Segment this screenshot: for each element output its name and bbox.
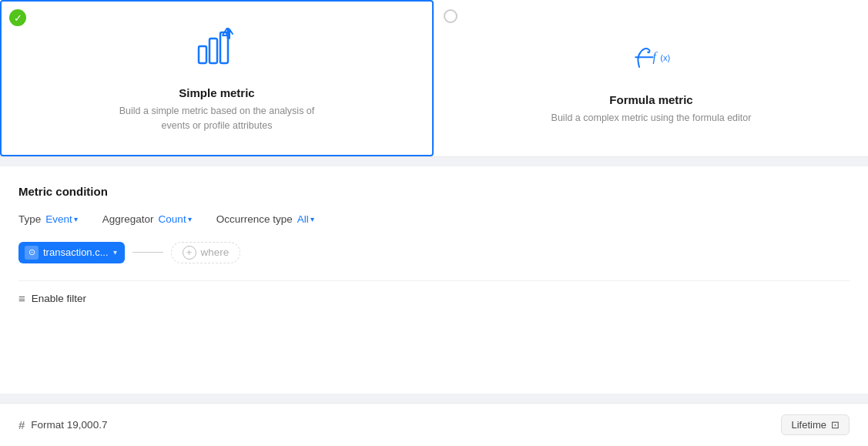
format-section: # Format 19,000.7 bbox=[18, 418, 107, 431]
condition-row: Type Event ▾ Aggregator Count ▾ Occurren… bbox=[18, 213, 850, 225]
selected-check-badge: ✓ bbox=[9, 9, 26, 26]
aggregator-label: Aggregator bbox=[102, 213, 154, 225]
type-dropdown[interactable]: Event ▾ bbox=[45, 213, 78, 225]
svg-rect-0 bbox=[199, 46, 206, 63]
connector-line bbox=[132, 252, 163, 253]
unselected-radio-badge bbox=[444, 9, 457, 23]
aggregator-dropdown[interactable]: Count ▾ bbox=[159, 213, 192, 225]
svg-rect-1 bbox=[209, 39, 217, 63]
metric-type-selection: ✓ 4 Simple metric Build a simple metric … bbox=[0, 0, 868, 157]
event-pill[interactable]: ⊙ transaction.c... ▾ bbox=[18, 242, 125, 263]
formula-metric-title: Formula metric bbox=[609, 93, 692, 106]
calendar-icon: ⊡ bbox=[831, 419, 840, 431]
plus-circle-icon: + bbox=[183, 246, 196, 260]
where-label: where bbox=[201, 246, 230, 258]
filter-icon: ≡ bbox=[18, 292, 25, 305]
occurrence-type-label: Occurrence type bbox=[216, 213, 293, 225]
svg-text:(x): (x) bbox=[660, 53, 670, 62]
metric-condition-section: Metric condition Type Event ▾ Aggregator… bbox=[0, 166, 868, 394]
type-label: Type bbox=[18, 213, 41, 225]
bottom-bar: # Format 19,000.7 Lifetime ⊡ bbox=[0, 403, 868, 446]
where-button[interactable]: + where bbox=[171, 242, 241, 263]
event-pill-label: transaction.c... bbox=[43, 246, 109, 258]
filter-label: Enable filter bbox=[32, 293, 86, 304]
lifetime-button[interactable]: Lifetime ⊡ bbox=[781, 414, 850, 435]
lifetime-label: Lifetime bbox=[791, 419, 826, 431]
formula-metric-icon: f (x) bbox=[627, 30, 676, 82]
format-label: Format 19,000.7 bbox=[31, 419, 107, 431]
simple-metric-description: Build a simple metric based on the analy… bbox=[117, 104, 317, 133]
simple-metric-card[interactable]: ✓ 4 Simple metric Build a simple metric … bbox=[0, 0, 434, 156]
aggregator-chevron-icon: ▾ bbox=[188, 215, 192, 223]
formula-metric-description: Build a complex metric using the formula… bbox=[551, 111, 752, 126]
enable-filter-row[interactable]: ≡ Enable filter bbox=[18, 280, 850, 320]
metric-condition-title: Metric condition bbox=[18, 185, 850, 198]
occurrence-type-dropdown[interactable]: All ▾ bbox=[297, 213, 314, 225]
type-chevron-icon: ▾ bbox=[74, 215, 78, 223]
formula-metric-card[interactable]: f (x) Formula metric Build a complex met… bbox=[434, 0, 868, 156]
svg-text:f: f bbox=[652, 50, 658, 64]
occurrence-type-chevron-icon: ▾ bbox=[310, 215, 314, 223]
event-pill-row: ⊙ transaction.c... ▾ + where bbox=[18, 242, 850, 263]
simple-metric-title: Simple metric bbox=[179, 86, 254, 99]
simple-metric-icon: 4 bbox=[193, 23, 242, 75]
pill-event-icon: ⊙ bbox=[25, 246, 39, 260]
event-pill-chevron-icon: ▾ bbox=[113, 248, 117, 257]
hash-icon: # bbox=[18, 418, 25, 431]
